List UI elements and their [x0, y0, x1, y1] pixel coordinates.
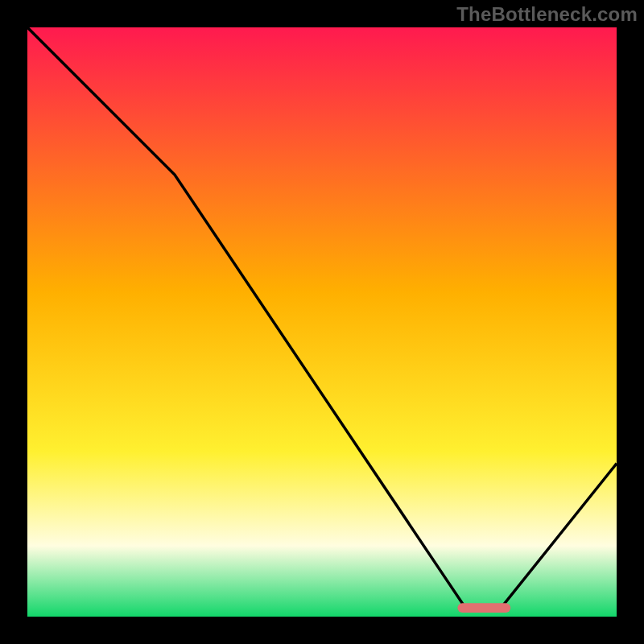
- chart-svg: [0, 0, 644, 644]
- optimal-marker: [457, 603, 510, 613]
- watermark-text: TheBottleneck.com: [456, 3, 638, 26]
- chart-frame: { "watermark": "TheBottleneck.com", "col…: [0, 0, 644, 644]
